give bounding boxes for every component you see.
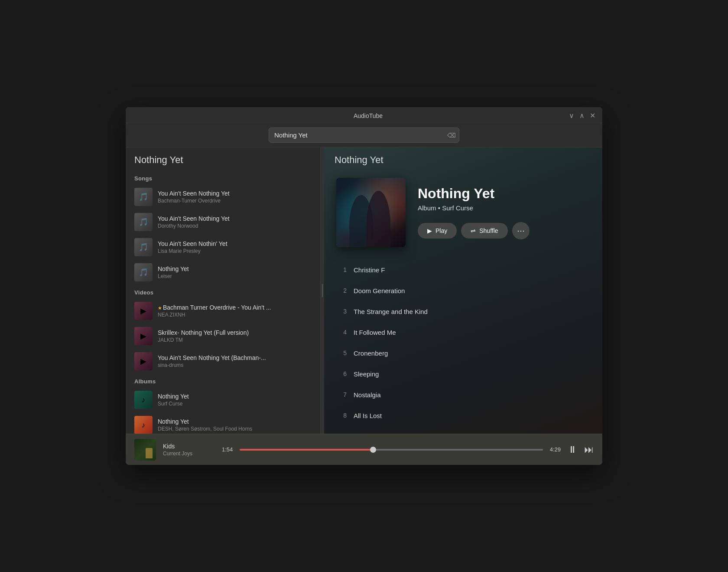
video-item-2[interactable]: ▶ You Ain't Seen Nothing Yet (Bachman-..… [126,349,320,374]
album-type: Album [418,204,436,212]
track-title-6: Nostalgia [354,391,572,399]
song-subtitle-0: Bachman-Turner Overdrive [158,198,296,204]
shuffle-label: Shuffle [479,227,498,234]
video-info-0: ★Bachman Turner Overdrive - You Ain't ..… [158,304,296,318]
main-layout: Nothing Yet Songs 🎵 You Ain't Seen Nothi… [126,147,602,434]
skip-forward-button[interactable]: ⏭ [584,445,594,454]
video-item-0[interactable]: ▶ ★Bachman Turner Overdrive - You Ain't … [126,298,320,324]
track-num-5: 6 [338,370,347,377]
play-icon: ▶ [427,227,432,234]
song-item-2[interactable]: 🎵 You Ain't Seen Nothin' Yet Lisa Marie … [126,235,320,260]
track-num-0: 1 [338,266,347,273]
album-subtitle-1: DESH, Søren Søstrom, Soul Food Horns [158,426,296,432]
shuffle-button[interactable]: ⇌ Shuffle [461,223,507,239]
song-info-0: You Ain't Seen Nothing Yet Bachman-Turne… [158,190,296,204]
pause-button[interactable]: ⏸ [568,445,577,454]
song-info-2: You Ain't Seen Nothin' Yet Lisa Marie Pr… [158,240,296,254]
track-num-4: 5 [338,350,347,356]
song-subtitle-2: Lisa Marie Presley [158,248,296,254]
track-num-6: 7 [338,391,347,398]
search-clear-button[interactable]: ⌫ [447,132,456,139]
track-row-2[interactable]: 3 The Strange and the Kind ··· [335,301,592,322]
star-icon-0: ★ [158,305,162,311]
titlebar: AudioTube ∨ ∧ ✕ [126,107,602,123]
track-num-1: 2 [338,287,347,294]
track-title-1: Doom Generation [354,287,572,294]
app-window: AudioTube ∨ ∧ ✕ ⌫ Nothing Yet Songs 🎵 Yo… [126,107,602,465]
song-info-3: Nothing Yet Leiser [158,265,296,279]
video-thumb-2: ▶ [134,352,153,370]
album-info-1: Nothing Yet DESH, Søren Søstrom, Soul Fo… [158,418,296,432]
track-row-6[interactable]: 7 Nostalgia ··· [335,384,592,405]
videos-section-label: Videos [126,285,320,298]
songs-section-label: Songs [126,171,320,184]
song-info-1: You Ain't Seen Nothing Yet Dorothy Norwo… [158,215,296,229]
video-subtitle-2: sina-drums [158,362,296,368]
minimize-button[interactable]: ∨ [569,112,574,119]
player-bar: Kids Current Joys 1:54 4:29 ⏸ ⏭ [126,434,602,465]
album-artist: Surf Curse [442,204,473,212]
track-title-5: Sleeping [354,370,572,378]
video-subtitle-1: JALKD TM [158,337,296,343]
video-info-1: Skrillex- Nothing Yet (Full version) JAL… [158,329,296,343]
progress-bar[interactable] [240,445,543,454]
right-heading: Nothing Yet [324,147,602,171]
maximize-button[interactable]: ∧ [579,112,585,119]
player-time-elapsed: 1:54 [222,446,233,453]
left-panel: Nothing Yet Songs 🎵 You Ain't Seen Nothi… [126,147,321,434]
search-input-wrap: ⌫ [269,127,459,143]
track-row-3[interactable]: 4 It Followed Me ··· [335,322,592,343]
video-thumb-0: ▶ [134,302,153,320]
track-title-2: The Strange and the Kind [354,308,572,315]
close-button[interactable]: ✕ [590,112,595,119]
album-title-main: Nothing Yet [418,186,590,202]
player-thumb-inner [134,439,156,461]
video-title-1: Skrillex- Nothing Yet (Full version) [158,329,296,336]
play-label: Play [436,227,447,234]
left-scroll[interactable]: Songs 🎵 You Ain't Seen Nothing Yet Bachm… [126,171,320,434]
song-item-0[interactable]: 🎵 You Ain't Seen Nothing Yet Bachman-Tur… [126,184,320,209]
album-title-0: Nothing Yet [158,393,296,400]
play-button[interactable]: ▶ Play [418,223,457,239]
track-row-1[interactable]: 2 Doom Generation ··· [335,280,592,301]
window-controls: ∨ ∧ ✕ [569,112,595,119]
track-num-3: 4 [338,329,347,336]
album-item-0[interactable]: ♪ Nothing Yet Surf Curse ··· [126,387,320,412]
song-thumb-1: 🎵 [134,213,153,231]
video-item-1[interactable]: ▶ Skrillex- Nothing Yet (Full version) J… [126,324,320,349]
ellipsis-icon: ⋯ [517,226,525,235]
player-track-artist: Current Joys [163,451,215,457]
song-thumb-2: 🎵 [134,238,153,256]
album-thumb-0: ♪ [134,391,153,409]
right-panel: Nothing Yet Nothing Yet Album • Surf Cur… [324,147,602,434]
album-art-inner [336,178,406,247]
song-title-2: You Ain't Seen Nothin' Yet [158,240,296,247]
left-heading: Nothing Yet [126,147,320,171]
action-buttons: ▶ Play ⇌ Shuffle ⋯ [418,222,590,239]
album-item-1[interactable]: ♪ Nothing Yet DESH, Søren Søstrom, Soul … [126,412,320,434]
album-subtitle-0: Surf Curse [158,401,296,407]
progress-track[interactable] [240,449,543,451]
track-num-7: 8 [338,412,347,419]
album-subtitle-main: Album • Surf Curse [418,204,590,212]
search-bar: ⌫ [126,123,602,147]
song-item-1[interactable]: 🎵 You Ain't Seen Nothing Yet Dorothy Nor… [126,209,320,235]
more-options-button[interactable]: ⋯ [512,222,530,239]
track-row-7[interactable]: 8 All Is Lost ··· [335,405,592,426]
song-item-3[interactable]: 🎵 Nothing Yet Leiser ··· [126,260,320,285]
track-title-7: All Is Lost [354,412,572,419]
song-title-3: Nothing Yet [158,265,296,272]
album-title-1: Nothing Yet [158,418,296,425]
song-subtitle-3: Leiser [158,273,296,279]
track-list: 1 Christine F ··· 2 Doom Generation ··· … [324,259,602,434]
progress-knob[interactable] [370,447,376,453]
song-thumb-3: 🎵 [134,263,153,281]
search-input[interactable] [269,127,459,143]
track-row-4[interactable]: 5 Cronenberg ··· [335,343,592,363]
albums-section-label: Albums [126,374,320,387]
track-row-5[interactable]: 6 Sleeping ··· [335,363,592,384]
panel-divider[interactable] [321,147,324,434]
player-controls: ⏸ ⏭ [568,445,594,454]
track-row-0[interactable]: 1 Christine F ··· [335,259,592,280]
player-track-info: Kids Current Joys [163,443,215,457]
